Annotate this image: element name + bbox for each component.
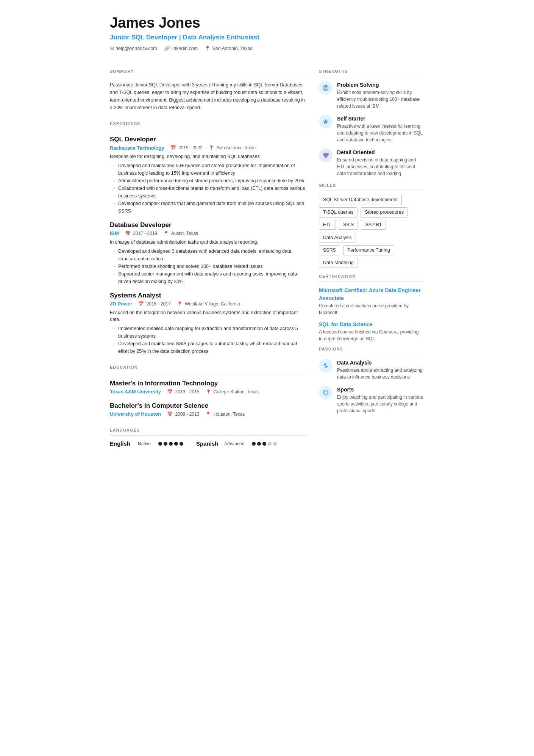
svg-marker-3 xyxy=(323,363,329,368)
skill-sap: SAP B1 xyxy=(361,220,386,230)
english-dots xyxy=(158,442,183,446)
job-meta-3: JD Power 📅 2015 - 2017 📍 Westlake Villag… xyxy=(110,300,307,308)
calendar-icon-3: 📅 xyxy=(138,301,144,307)
dates-2: 📅 2017 - 2019 xyxy=(125,230,157,237)
email-contact: ✉ help@enhancv.com xyxy=(110,45,157,52)
dot xyxy=(174,442,178,446)
skill-perf-tuning: Performance Tuning xyxy=(343,245,394,255)
strength-1-desc: Exhibit solid problem-solving skills by … xyxy=(337,89,424,110)
dot xyxy=(257,442,261,446)
skill-row-4: Data Modeling xyxy=(319,258,424,268)
passion-1-desc: Passionate about extracting and analyzin… xyxy=(337,367,424,380)
skill-stored-proc: Stored procedures xyxy=(361,207,408,218)
sports-passion-icon xyxy=(319,386,333,399)
job-title-3: Systems Analyst xyxy=(110,291,307,301)
location-contact: 📍 San Antonio, Texas xyxy=(205,45,253,52)
dates-1: 📅 2019 - 2022 xyxy=(170,144,203,151)
edu-dates-2: 📅 2009 - 2013 xyxy=(167,411,199,418)
languages-row: English Native Spanish Advanced xyxy=(110,440,307,448)
location-1: 📍 San Antonio, Texas xyxy=(209,144,256,151)
skill-row-2: ETL SSIS SAP B1 Data Analysis xyxy=(319,220,424,243)
cert-label: CERTIFICATION xyxy=(319,273,424,280)
bullets-2: Developed and designed 3 databases with … xyxy=(110,247,307,285)
dot xyxy=(262,442,266,446)
edu-loc-1: 📍 College Station, Texas xyxy=(206,388,259,395)
skill-row-0: SQL Server Database development xyxy=(319,195,424,205)
lang-spanish-level: Advanced xyxy=(224,440,244,447)
strength-2-title: Self Starter xyxy=(337,115,424,123)
lang-spanish: Spanish xyxy=(196,440,219,448)
cert-2-desc: A focused course finished via Coursera, … xyxy=(319,329,424,342)
dot xyxy=(164,442,167,446)
cal-icon-e2: 📅 xyxy=(167,412,173,417)
location-2: 📍 Austin, Texas xyxy=(163,230,198,237)
passion-2-text: Sports Enjoy watching and participating … xyxy=(337,386,424,414)
languages-label: LANGUAGES xyxy=(110,427,307,434)
passions-label: PASSIONS xyxy=(319,346,424,352)
skills-label: SKILLS xyxy=(319,182,424,189)
cert-1-desc: Completed a certification course provide… xyxy=(319,302,424,316)
calendar-icon-1: 📅 xyxy=(170,145,176,150)
passion-1-text: Data Analysis Passionate about extractin… xyxy=(337,359,424,380)
bullets-1: Developed and maintained 50+ queries and… xyxy=(110,162,307,215)
detail-oriented-icon xyxy=(319,149,333,162)
linkedin-contact: 🔗 linkedin.com xyxy=(164,45,198,52)
job-title-1: SQL Developer xyxy=(110,135,307,144)
contact-row: ✉ help@enhancv.com 🔗 linkedin.com 📍 San … xyxy=(110,45,424,52)
edu-loc-2: 📍 Houston, Texas xyxy=(205,411,245,418)
job-meta-1: Rackspace Technology 📅 2019 - 2022 📍 San… xyxy=(110,144,307,152)
passion-2: Sports Enjoy watching and participating … xyxy=(319,386,424,414)
skill-data-analysis: Data Analysis xyxy=(319,233,356,243)
strength-3-title: Detail Oriented xyxy=(337,149,424,157)
strengths-label: STRENGTHS xyxy=(319,68,424,75)
edu-dates-1: 📅 2013 - 2015 xyxy=(167,388,199,395)
experience-label: EXPERIENCE xyxy=(110,121,307,127)
cert-1-title: Microsoft Certified: Azure Data Engineer… xyxy=(319,286,424,302)
bullets-3: Implemented detailed data mapping for ex… xyxy=(110,325,307,355)
email-icon: ✉ xyxy=(110,45,114,52)
location-icon: 📍 xyxy=(205,45,211,52)
candidate-name: James Jones xyxy=(110,15,424,31)
job-desc-1: Responsible for designing, developing, a… xyxy=(110,153,307,160)
strength-2-desc: Proactive with a keen interest for learn… xyxy=(337,123,424,143)
bullet-1-0: Developed and maintained 50+ queries and… xyxy=(114,162,307,177)
company-1: Rackspace Technology xyxy=(110,144,164,152)
bullet-3-1: Developed and maintained SSIS packages t… xyxy=(114,340,307,355)
location-3: 📍 Westlake Village, California xyxy=(177,301,240,307)
company-3: JD Power xyxy=(110,300,132,308)
header: James Jones Junior SQL Developer | Data … xyxy=(110,15,424,52)
svg-marker-2 xyxy=(323,119,329,124)
passion-1: Data Analysis Passionate about extractin… xyxy=(319,359,424,380)
pin-icon-e2: 📍 xyxy=(205,412,211,417)
job-meta-2: IBM 📅 2017 - 2019 📍 Austin, Texas xyxy=(110,230,307,237)
dot xyxy=(158,442,162,446)
data-analysis-passion-icon xyxy=(319,359,333,373)
passion-2-desc: Enjoy watching and participating in vari… xyxy=(337,394,424,414)
lang-english: English xyxy=(110,440,133,448)
strength-1: Problem Solving Exhibit solid problem-so… xyxy=(319,81,424,110)
right-column: STRENGTHS Problem Solving Exhibit solid … xyxy=(319,60,424,448)
left-column: SUMMARY Passionate Junior SQL Developer … xyxy=(110,60,307,448)
bullet-2-1: Performed trouble shooting and solved 10… xyxy=(114,263,307,270)
bullet-2-0: Developed and designed 3 databases with … xyxy=(114,247,307,263)
skill-row-1: T-SQL queries Stored procedures xyxy=(319,207,424,218)
skill-etl: ETL xyxy=(319,220,336,230)
cert-2-title: SQL for Data Science xyxy=(319,321,424,329)
problem-solving-icon xyxy=(319,81,333,95)
skills-grid: SQL Server Database development T-SQL qu… xyxy=(319,195,424,268)
pin-icon-1: 📍 xyxy=(209,145,214,150)
pin-icon-3: 📍 xyxy=(177,301,183,307)
dot xyxy=(252,442,256,446)
school-2: University of Houston xyxy=(110,410,161,418)
strength-2: Self Starter Proactive with a keen inter… xyxy=(319,115,424,143)
dot xyxy=(273,442,277,446)
svg-point-1 xyxy=(325,86,327,88)
dot xyxy=(268,442,272,446)
dot xyxy=(180,442,183,446)
dates-3: 📅 2015 - 2017 xyxy=(138,301,170,307)
skill-ssrs: SSRS xyxy=(319,245,340,255)
edu-meta-2: University of Houston 📅 2009 - 2013 📍 Ho… xyxy=(110,410,307,418)
company-2: IBM xyxy=(110,230,119,237)
strength-3-text: Detail Oriented Ensured precision in dat… xyxy=(337,149,424,177)
strength-3-desc: Ensured precision in data mapping and ET… xyxy=(337,157,424,177)
